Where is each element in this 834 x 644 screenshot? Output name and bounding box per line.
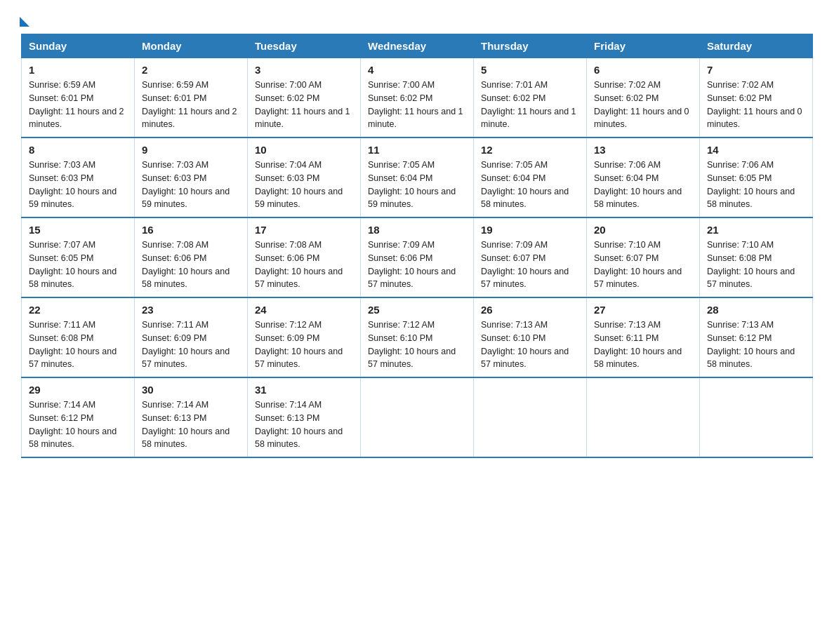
calendar-cell: 8 Sunrise: 7:03 AMSunset: 6:03 PMDayligh… [22, 137, 135, 217]
calendar-cell: 14 Sunrise: 7:06 AMSunset: 6:05 PMDaylig… [700, 137, 813, 217]
day-number: 16 [142, 224, 240, 236]
calendar-cell: 7 Sunrise: 7:02 AMSunset: 6:02 PMDayligh… [700, 58, 813, 138]
day-info: Sunrise: 6:59 AMSunset: 6:01 PMDaylight:… [29, 80, 124, 129]
day-number: 8 [29, 144, 127, 156]
calendar-week-row: 15 Sunrise: 7:07 AMSunset: 6:05 PMDaylig… [22, 217, 813, 297]
day-number: 29 [29, 384, 127, 396]
calendar-cell: 26 Sunrise: 7:13 AMSunset: 6:10 PMDaylig… [474, 297, 587, 377]
day-info: Sunrise: 6:59 AMSunset: 6:01 PMDaylight:… [142, 80, 237, 129]
day-info: Sunrise: 7:01 AMSunset: 6:02 PMDaylight:… [481, 80, 576, 129]
day-info: Sunrise: 7:14 AMSunset: 6:12 PMDaylight:… [29, 400, 117, 449]
day-number: 20 [594, 224, 692, 236]
calendar-cell: 23 Sunrise: 7:11 AMSunset: 6:09 PMDaylig… [135, 297, 248, 377]
day-number: 27 [594, 304, 692, 316]
day-number: 14 [707, 144, 805, 156]
calendar-week-row: 22 Sunrise: 7:11 AMSunset: 6:08 PMDaylig… [22, 297, 813, 377]
day-number: 11 [368, 144, 466, 156]
day-info: Sunrise: 7:08 AMSunset: 6:06 PMDaylight:… [255, 240, 343, 289]
calendar-cell: 3 Sunrise: 7:00 AMSunset: 6:02 PMDayligh… [248, 58, 361, 138]
day-number: 2 [142, 64, 240, 76]
page-header [21, 14, 813, 27]
day-info: Sunrise: 7:06 AMSunset: 6:04 PMDaylight:… [594, 160, 682, 209]
day-info: Sunrise: 7:04 AMSunset: 6:03 PMDaylight:… [255, 160, 343, 209]
day-info: Sunrise: 7:05 AMSunset: 6:04 PMDaylight:… [368, 160, 456, 209]
day-number: 28 [707, 304, 805, 316]
calendar-cell: 9 Sunrise: 7:03 AMSunset: 6:03 PMDayligh… [135, 137, 248, 217]
day-info: Sunrise: 7:12 AMSunset: 6:09 PMDaylight:… [255, 320, 343, 369]
calendar-cell: 28 Sunrise: 7:13 AMSunset: 6:12 PMDaylig… [700, 297, 813, 377]
logo-arrow-icon [20, 17, 29, 27]
header-thursday: Thursday [474, 34, 587, 58]
calendar-week-row: 1 Sunrise: 6:59 AMSunset: 6:01 PMDayligh… [22, 58, 813, 138]
day-number: 1 [29, 64, 127, 76]
calendar-cell [361, 377, 474, 457]
calendar-cell: 18 Sunrise: 7:09 AMSunset: 6:06 PMDaylig… [361, 217, 474, 297]
day-info: Sunrise: 7:00 AMSunset: 6:02 PMDaylight:… [255, 80, 350, 129]
day-info: Sunrise: 7:11 AMSunset: 6:08 PMDaylight:… [29, 320, 117, 369]
calendar-cell: 4 Sunrise: 7:00 AMSunset: 6:02 PMDayligh… [361, 58, 474, 138]
day-number: 22 [29, 304, 127, 316]
calendar-cell: 13 Sunrise: 7:06 AMSunset: 6:04 PMDaylig… [587, 137, 700, 217]
day-number: 6 [594, 64, 692, 76]
calendar-cell: 2 Sunrise: 6:59 AMSunset: 6:01 PMDayligh… [135, 58, 248, 138]
day-number: 19 [481, 224, 579, 236]
day-info: Sunrise: 7:09 AMSunset: 6:07 PMDaylight:… [481, 240, 569, 289]
day-number: 4 [368, 64, 466, 76]
day-number: 23 [142, 304, 240, 316]
day-info: Sunrise: 7:02 AMSunset: 6:02 PMDaylight:… [594, 80, 689, 129]
day-info: Sunrise: 7:05 AMSunset: 6:04 PMDaylight:… [481, 160, 569, 209]
day-number: 30 [142, 384, 240, 396]
day-info: Sunrise: 7:09 AMSunset: 6:06 PMDaylight:… [368, 240, 456, 289]
day-number: 21 [707, 224, 805, 236]
header-wednesday: Wednesday [361, 34, 474, 58]
day-number: 9 [142, 144, 240, 156]
calendar-cell: 19 Sunrise: 7:09 AMSunset: 6:07 PMDaylig… [474, 217, 587, 297]
calendar-cell: 22 Sunrise: 7:11 AMSunset: 6:08 PMDaylig… [22, 297, 135, 377]
calendar-cell [700, 377, 813, 457]
day-info: Sunrise: 7:10 AMSunset: 6:08 PMDaylight:… [707, 240, 795, 289]
day-info: Sunrise: 7:07 AMSunset: 6:05 PMDaylight:… [29, 240, 117, 289]
day-number: 18 [368, 224, 466, 236]
calendar-cell: 30 Sunrise: 7:14 AMSunset: 6:13 PMDaylig… [135, 377, 248, 457]
calendar-cell: 29 Sunrise: 7:14 AMSunset: 6:12 PMDaylig… [22, 377, 135, 457]
day-number: 25 [368, 304, 466, 316]
day-number: 31 [255, 384, 353, 396]
calendar-table: SundayMondayTuesdayWednesdayThursdayFrid… [21, 34, 813, 458]
day-number: 3 [255, 64, 353, 76]
calendar-cell: 12 Sunrise: 7:05 AMSunset: 6:04 PMDaylig… [474, 137, 587, 217]
calendar-header-row: SundayMondayTuesdayWednesdayThursdayFrid… [22, 34, 813, 58]
calendar-cell: 11 Sunrise: 7:05 AMSunset: 6:04 PMDaylig… [361, 137, 474, 217]
day-number: 5 [481, 64, 579, 76]
day-number: 13 [594, 144, 692, 156]
header-monday: Monday [135, 34, 248, 58]
day-number: 7 [707, 64, 805, 76]
day-info: Sunrise: 7:03 AMSunset: 6:03 PMDaylight:… [29, 160, 117, 209]
header-tuesday: Tuesday [248, 34, 361, 58]
calendar-cell: 10 Sunrise: 7:04 AMSunset: 6:03 PMDaylig… [248, 137, 361, 217]
day-number: 12 [481, 144, 579, 156]
day-number: 26 [481, 304, 579, 316]
day-info: Sunrise: 7:13 AMSunset: 6:11 PMDaylight:… [594, 320, 682, 369]
day-info: Sunrise: 7:14 AMSunset: 6:13 PMDaylight:… [142, 400, 230, 449]
calendar-week-row: 29 Sunrise: 7:14 AMSunset: 6:12 PMDaylig… [22, 377, 813, 457]
day-number: 17 [255, 224, 353, 236]
day-info: Sunrise: 7:11 AMSunset: 6:09 PMDaylight:… [142, 320, 230, 369]
day-info: Sunrise: 7:02 AMSunset: 6:02 PMDaylight:… [707, 80, 802, 129]
day-info: Sunrise: 7:13 AMSunset: 6:12 PMDaylight:… [707, 320, 795, 369]
calendar-cell: 24 Sunrise: 7:12 AMSunset: 6:09 PMDaylig… [248, 297, 361, 377]
calendar-cell: 15 Sunrise: 7:07 AMSunset: 6:05 PMDaylig… [22, 217, 135, 297]
calendar-cell: 5 Sunrise: 7:01 AMSunset: 6:02 PMDayligh… [474, 58, 587, 138]
calendar-cell: 27 Sunrise: 7:13 AMSunset: 6:11 PMDaylig… [587, 297, 700, 377]
day-info: Sunrise: 7:13 AMSunset: 6:10 PMDaylight:… [481, 320, 569, 369]
calendar-cell: 21 Sunrise: 7:10 AMSunset: 6:08 PMDaylig… [700, 217, 813, 297]
day-number: 10 [255, 144, 353, 156]
day-info: Sunrise: 7:12 AMSunset: 6:10 PMDaylight:… [368, 320, 456, 369]
day-number: 24 [255, 304, 353, 316]
day-number: 15 [29, 224, 127, 236]
calendar-cell: 1 Sunrise: 6:59 AMSunset: 6:01 PMDayligh… [22, 58, 135, 138]
header-saturday: Saturday [700, 34, 813, 58]
header-sunday: Sunday [22, 34, 135, 58]
calendar-cell: 31 Sunrise: 7:14 AMSunset: 6:13 PMDaylig… [248, 377, 361, 457]
day-info: Sunrise: 7:00 AMSunset: 6:02 PMDaylight:… [368, 80, 463, 129]
header-friday: Friday [587, 34, 700, 58]
